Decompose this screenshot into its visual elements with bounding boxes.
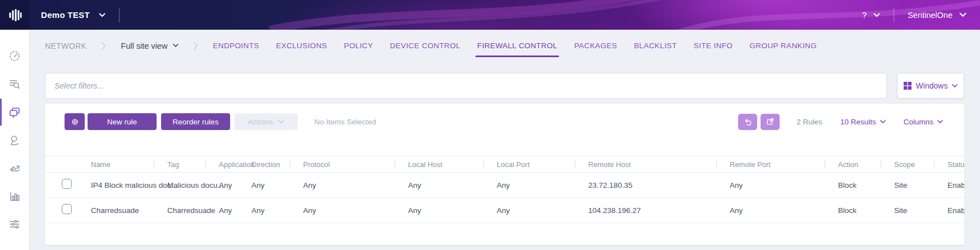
chevron-right-icon (101, 41, 106, 50)
chevron-down-icon (959, 12, 967, 17)
main-content: NETWORK Full site view ENDPOINTSEXCLUSIO… (30, 30, 980, 245)
table-cell: IP4 Block malicious doc... (91, 181, 167, 189)
new-rule-button[interactable]: New rule (88, 113, 157, 130)
table-cell: Any (408, 206, 497, 215)
reports-chart-icon (8, 190, 21, 202)
sidebar-item-activity[interactable] (0, 154, 30, 182)
table-cell: Charredsuade (167, 206, 219, 215)
windows-icon (904, 82, 912, 90)
chevron-right-icon (193, 41, 198, 50)
network-endpoints-icon (8, 106, 21, 118)
tab-packages[interactable]: PACKAGES (574, 38, 617, 53)
filter-input[interactable] (45, 73, 887, 99)
row-select-cell (45, 204, 91, 216)
sidebar-item-reports[interactable] (0, 182, 30, 210)
column-header-remote-port[interactable]: Remote Port (730, 160, 838, 169)
chevron-down-icon (937, 120, 943, 124)
rules-count: 2 Rules (796, 118, 822, 126)
scope-selector[interactable]: Full site view (121, 41, 178, 50)
rules-table: NameTagApplicationDirectionProtocolLocal… (45, 156, 964, 223)
table-cell: Block (838, 181, 894, 189)
sidebar-item-network[interactable] (0, 98, 30, 126)
column-header-status[interactable]: Status (947, 160, 964, 169)
column-header-scope[interactable]: Scope (894, 160, 947, 169)
column-header-direction[interactable]: Direction (251, 160, 303, 169)
breadcrumb: NETWORK Full site view ENDPOINTSEXCLUSIO… (45, 30, 964, 62)
rules-panel: New rule Reorder rules Actions No Items … (45, 104, 964, 245)
column-header-application[interactable]: Application (219, 160, 251, 169)
columns-dropdown[interactable]: Columns (904, 118, 943, 126)
table-cell: Any (497, 181, 588, 189)
actions-label: Actions (248, 118, 273, 126)
table-cell: Any (408, 181, 497, 189)
tab-endpoints[interactable]: ENDPOINTS (213, 38, 259, 53)
os-selector[interactable]: Windows (897, 73, 964, 99)
sentinelone-logo[interactable] (0, 0, 30, 30)
table-cell: Enabled (947, 181, 964, 189)
sidebar-item-visibility[interactable] (0, 70, 30, 98)
settings-sliders-icon (8, 218, 21, 230)
account-name: Demo TEST (41, 10, 90, 20)
table-cell: Any (219, 181, 251, 189)
actions-button[interactable]: Actions (235, 113, 297, 130)
import-rules-button[interactable] (738, 114, 757, 130)
os-selector-label: Windows (916, 81, 948, 90)
table-cell: Charredsuade (91, 206, 167, 215)
topbar-divider (119, 8, 120, 22)
toolbar-right: 2 Rules 10 Results Columns (738, 114, 947, 130)
column-header-action[interactable]: Action (838, 160, 894, 169)
toolbar: New rule Reorder rules Actions No Items … (65, 113, 947, 130)
tab-exclusions[interactable]: EXCLUSIONS (276, 38, 327, 53)
brand-user-menu[interactable]: SentinelOne (908, 11, 967, 20)
selection-status: No Items Selected (314, 118, 376, 126)
breadcrumb-network[interactable]: NETWORK (45, 41, 86, 50)
tab-group-ranking[interactable]: GROUP RANKING (749, 38, 817, 53)
reorder-rules-button[interactable]: Reorder rules (161, 113, 230, 130)
table-cell: Enabled (947, 206, 964, 215)
tab-device-control[interactable]: DEVICE CONTROL (390, 38, 461, 53)
column-header-remote-host[interactable]: Remote Host (588, 160, 730, 169)
gear-icon (70, 117, 80, 127)
scope-label: Full site view (121, 41, 167, 50)
sidebar-item-dashboard[interactable] (0, 42, 30, 70)
top-bar: Demo TEST ? SentinelOne (0, 0, 980, 30)
tab-firewall-control[interactable]: FIREWALL CONTROL (477, 38, 557, 53)
dashboard-gauge-icon (8, 50, 21, 62)
row-checkbox[interactable] (62, 179, 72, 189)
table-body: IP4 Block malicious doc...Malicious docu… (45, 173, 964, 223)
row-checkbox[interactable] (62, 204, 72, 214)
column-header-protocol[interactable]: Protocol (303, 160, 408, 169)
table-cell: Block (838, 206, 894, 215)
sidebar-item-analyze[interactable] (0, 126, 30, 154)
visibility-search-icon (8, 78, 21, 90)
activity-arrows-icon (8, 162, 21, 174)
table-row[interactable]: CharredsuadeCharredsuadeAnyAnyAnyAnyAny1… (45, 198, 964, 223)
tab-blacklist[interactable]: BLACKLIST (634, 38, 676, 53)
help-label: ? (862, 11, 867, 20)
column-header-name[interactable]: Name (91, 160, 167, 169)
results-per-page-dropdown[interactable]: 10 Results (840, 118, 886, 126)
sidebar-item-settings[interactable] (0, 210, 30, 238)
table-cell: Any (497, 206, 588, 215)
column-header-tag[interactable]: Tag (167, 160, 219, 169)
export-rules-button[interactable] (761, 114, 780, 130)
chevron-down-icon (952, 84, 958, 88)
results-label: 10 Results (840, 118, 876, 126)
table-cell: Any (251, 181, 303, 189)
tab-site-info[interactable]: SITE INFO (694, 38, 733, 53)
sidebar (0, 30, 30, 250)
settings-gear-button[interactable] (65, 113, 85, 130)
chevron-down-icon (99, 13, 106, 17)
chevron-down-icon (173, 44, 178, 48)
table-cell: Site (894, 206, 947, 215)
filter-bar: Windows (45, 73, 964, 99)
chevron-down-icon (278, 120, 284, 124)
table-cell: Any (303, 206, 408, 215)
table-row[interactable]: IP4 Block malicious doc...Malicious docu… (45, 173, 964, 198)
table-header: NameTagApplicationDirectionProtocolLocal… (45, 156, 964, 173)
help-menu[interactable]: ? (862, 11, 880, 20)
tab-policy[interactable]: POLICY (344, 38, 373, 53)
table-cell: Any (219, 206, 251, 215)
account-selector[interactable]: Demo TEST (41, 10, 106, 20)
table-cell: Any (730, 181, 838, 189)
